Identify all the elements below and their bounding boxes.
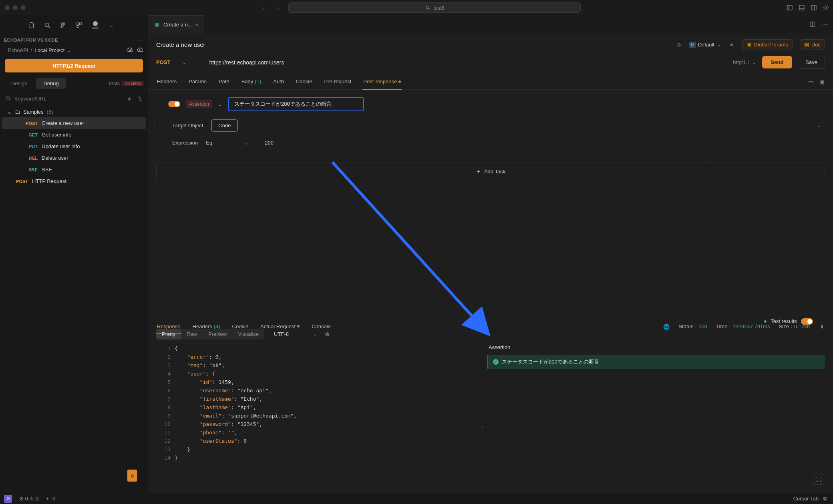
tree-folder[interactable]: ⌄ 🗀 Samples (5)	[2, 106, 146, 117]
layout-panel-icon[interactable]	[799, 4, 805, 11]
add-task-button[interactable]: ＋ Add Task	[156, 163, 825, 180]
panel-icon[interactable]: ▭	[807, 79, 814, 85]
request-tab-post-response[interactable]: Post-response	[362, 74, 402, 89]
tree-item[interactable]: DELDelete user	[2, 152, 146, 164]
tree-item[interactable]: GETGet user info	[2, 129, 146, 141]
subtab-debug[interactable]: Debug	[36, 78, 66, 89]
request-tab-cookie[interactable]: Cookie	[295, 74, 313, 89]
drag-handle-icon[interactable]: ⋮⋮	[152, 122, 163, 128]
new-request-button[interactable]: HTTP1/2 Request	[5, 59, 143, 72]
panel-icon-2[interactable]: ▣	[819, 79, 825, 85]
problems-counter[interactable]: ⊘ 0 ⚠ 0	[19, 496, 38, 502]
url-input[interactable]: https://rest.echoapi.com/users	[209, 59, 726, 66]
close-dot[interactable]	[5, 5, 10, 10]
layout-primary-icon[interactable]	[787, 4, 793, 11]
environment-select[interactable]: D Default ⌄	[689, 42, 721, 48]
filter-input[interactable]	[14, 96, 123, 102]
split-editor-icon[interactable]	[809, 21, 816, 28]
response-tab-cookie[interactable]: Cookie	[231, 319, 249, 334]
minimize-dot[interactable]	[13, 5, 18, 10]
more-icon[interactable]: ⋯	[139, 37, 144, 43]
method-badge: POST	[22, 121, 38, 126]
file-badge-icon[interactable]: ⎘	[127, 470, 137, 482]
expand-icon[interactable]: ⛶	[813, 474, 824, 485]
tree-item[interactable]: SSESSE	[2, 164, 146, 175]
tree-item[interactable]: PUTUpdate user info	[2, 141, 146, 152]
expression-label: Expression	[172, 140, 198, 146]
external-link-icon[interactable]: ⧉	[822, 496, 828, 502]
list-icon[interactable]: ≡	[728, 42, 735, 48]
assertion-result-item[interactable]: ✓ ステータスコードが200であることの断言	[487, 355, 825, 369]
chevron-down-icon[interactable]: ⌄	[218, 101, 222, 107]
more-actions-icon[interactable]: ⋯	[822, 21, 827, 28]
extensions-icon[interactable]	[76, 22, 82, 28]
expression-value-input[interactable]: 200	[265, 140, 274, 146]
explorer-files-icon[interactable]	[28, 22, 34, 28]
response-body[interactable]: 1234567891011121314 { "error": 0, "msg":…	[156, 344, 481, 477]
doc-icon: ▤	[804, 42, 809, 48]
tree-item-label: HTTP Request	[32, 178, 66, 184]
plus-icon: ＋	[476, 168, 481, 175]
cursor-tab-label[interactable]: Cursor Tab	[793, 496, 819, 502]
echoapi-app-icon[interactable]	[92, 22, 99, 28]
status-bar: ✕ ⊘ 0 ⚠ 0 ᯤ 0 Cursor Tab ⧉	[0, 493, 833, 504]
tree-item[interactable]: POST HTTP Request	[2, 175, 146, 187]
target-object-select[interactable]: Code	[211, 119, 238, 132]
global-params-button[interactable]: ▣ Global Params	[742, 39, 793, 50]
method-select[interactable]: POST ⌄	[156, 59, 187, 65]
expression-op-select[interactable]: Eq ⌄	[206, 140, 249, 146]
save-button[interactable]: Save	[798, 56, 825, 69]
assertion-name-input[interactable]: ステータスコードが200であることの断言	[228, 97, 364, 111]
explorer-search-icon[interactable]	[44, 22, 50, 28]
assertion-toggle[interactable]	[168, 101, 180, 107]
subtab-design[interactable]: Design	[4, 78, 34, 89]
http-version-select[interactable]: http/1.1⌄	[733, 59, 756, 65]
tree-item-label: Get user info	[42, 132, 71, 138]
cloud-download-icon[interactable]	[126, 47, 133, 53]
layout-secondary-icon[interactable]	[811, 4, 817, 11]
remote-icon[interactable]: ✕	[4, 495, 12, 503]
nav-forward-icon[interactable]: →	[275, 4, 281, 11]
zoom-dot[interactable]	[21, 5, 26, 10]
send-button[interactable]: Send	[762, 56, 793, 68]
tab-close-icon[interactable]: ×	[195, 22, 199, 28]
window-titlebar: ← → test8	[0, 0, 833, 15]
response-tab-console[interactable]: Console	[311, 319, 332, 334]
splitter-handle[interactable]: ›	[481, 376, 485, 477]
window-controls[interactable]	[5, 5, 26, 10]
svg-rect-8	[77, 23, 79, 25]
request-tab-pre-request[interactable]: Pre-request	[323, 74, 352, 89]
ports-counter[interactable]: ᯤ 0	[46, 496, 55, 502]
overflow-chevron-icon[interactable]: ⌄	[108, 22, 115, 28]
breadcrumb[interactable]: EchoAPI / Local Project ⌄	[0, 45, 148, 57]
source-control-icon[interactable]	[60, 22, 66, 28]
pin-icon[interactable]: ◈	[126, 95, 133, 102]
response-tab-headers[interactable]: Headers (4)	[192, 319, 221, 334]
editor-tab[interactable]: Create a n... ×	[148, 15, 204, 34]
check-circle-icon: ✓	[493, 359, 499, 365]
command-center[interactable]: test8	[288, 2, 581, 13]
editor-tabs: Create a n... × ⋯	[148, 15, 833, 34]
request-tab-params[interactable]: Params	[188, 74, 207, 89]
tree-item[interactable]: POSTCreate a new user	[2, 117, 146, 129]
request-tab-path[interactable]: Path	[218, 74, 230, 89]
nav-back-icon[interactable]: ←	[261, 4, 268, 11]
method-badge: POST	[12, 179, 28, 184]
target-icon[interactable]: ◎	[676, 42, 682, 48]
response-tab-actual-request[interactable]: Actual Request	[260, 319, 300, 334]
cloud-upload-icon[interactable]	[137, 47, 143, 53]
test-results-toggle[interactable]	[801, 318, 813, 325]
request-tab-body[interactable]: Body (1)	[241, 74, 262, 89]
folder-count: (5)	[47, 109, 53, 115]
svg-rect-10	[77, 26, 79, 28]
request-tab-auth[interactable]: Auth	[272, 74, 285, 89]
settings-gear-icon[interactable]	[823, 4, 829, 11]
sort-icon[interactable]: ⇅	[137, 95, 143, 102]
request-tab-headers[interactable]: Headers	[156, 74, 177, 89]
method-badge: DEL	[22, 156, 38, 161]
doc-button[interactable]: ▤ Doc	[800, 39, 825, 50]
collapse-icon[interactable]: ⌄	[817, 122, 821, 129]
folder-name: Samples	[23, 109, 44, 115]
response-tab-response[interactable]: Response	[156, 319, 181, 334]
subtab-tests[interactable]: Tests No Limits	[108, 80, 144, 86]
